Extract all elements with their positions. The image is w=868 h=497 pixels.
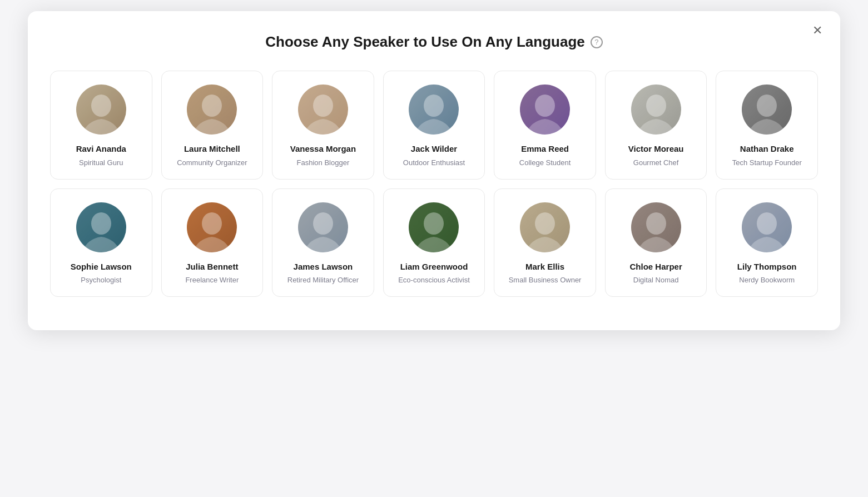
- speaker-card-james[interactable]: James LawsonRetired Military Officer: [272, 188, 374, 297]
- speaker-role-james: Retired Military Officer: [287, 275, 359, 285]
- avatar-mark: [520, 202, 570, 252]
- avatar-laura: [187, 85, 237, 135]
- avatar-ravi: [76, 85, 126, 135]
- speaker-role-nathan: Tech Startup Founder: [732, 158, 802, 168]
- svg-point-5: [313, 95, 333, 117]
- speaker-name-lily: Lily Thompson: [737, 261, 797, 272]
- avatar-chloe: [631, 202, 681, 252]
- speaker-name-victor: Victor Moreau: [628, 143, 684, 155]
- svg-point-19: [313, 212, 333, 235]
- svg-point-21: [424, 212, 444, 235]
- speaker-role-chloe: Digital Nomad: [633, 275, 679, 285]
- help-icon[interactable]: ?: [591, 36, 603, 48]
- page-title: Choose Any Speaker to Use On Any Languag…: [265, 33, 585, 51]
- speaker-card-laura[interactable]: Laura MitchellCommunity Organizer: [161, 71, 264, 180]
- avatar-victor: [631, 85, 681, 135]
- svg-point-9: [535, 95, 555, 117]
- speaker-role-laura: Community Organizer: [177, 158, 247, 168]
- speaker-role-jack: Outdoor Enthusiast: [403, 158, 465, 168]
- speaker-card-vanessa[interactable]: Vanessa MorganFashion Blogger: [272, 71, 374, 180]
- avatar-lily: [742, 202, 792, 252]
- speaker-name-vanessa: Vanessa Morgan: [290, 143, 356, 155]
- svg-point-27: [757, 212, 777, 235]
- speaker-card-victor[interactable]: Victor MoreauGourmet Chef: [605, 71, 707, 180]
- svg-point-3: [202, 95, 222, 117]
- speaker-card-emma[interactable]: Emma ReedCollege Student: [494, 71, 596, 180]
- avatar-liam: [409, 202, 459, 252]
- speaker-role-liam: Eco-conscious Activist: [398, 275, 470, 285]
- avatar-emma: [520, 85, 570, 135]
- speaker-role-ravi: Spiritual Guru: [79, 158, 123, 168]
- speaker-role-emma: College Student: [519, 158, 571, 168]
- speaker-name-julia: Julia Bennett: [186, 261, 238, 272]
- svg-point-25: [646, 212, 666, 235]
- avatar-vanessa: [298, 85, 348, 135]
- speaker-card-chloe[interactable]: Chloe HarperDigital Nomad: [605, 188, 707, 297]
- speaker-card-sophie[interactable]: Sophie LawsonPsychologist: [50, 188, 152, 297]
- avatar-jack: [409, 85, 459, 135]
- avatar-nathan: [742, 85, 792, 135]
- svg-point-7: [424, 95, 444, 117]
- speakers-grid: Ravi AnandaSpiritual Guru Laura Mitchell…: [50, 71, 818, 297]
- svg-point-13: [757, 95, 777, 117]
- speaker-role-sophie: Psychologist: [81, 275, 121, 285]
- speaker-card-nathan[interactable]: Nathan DrakeTech Startup Founder: [716, 71, 818, 180]
- speaker-card-jack[interactable]: Jack WilderOutdoor Enthusiast: [383, 71, 485, 180]
- speaker-card-lily[interactable]: Lily ThompsonNerdy Bookworm: [716, 188, 818, 297]
- speaker-name-ravi: Ravi Ananda: [76, 143, 126, 155]
- speaker-selection-modal: ✕ Choose Any Speaker to Use On Any Langu…: [28, 11, 840, 330]
- speaker-name-james: James Lawson: [294, 261, 353, 272]
- avatar-sophie: [76, 202, 126, 252]
- speaker-card-ravi[interactable]: Ravi AnandaSpiritual Guru: [50, 71, 152, 180]
- avatar-julia: [187, 202, 237, 252]
- speaker-role-vanessa: Fashion Blogger: [297, 158, 350, 168]
- speaker-role-lily: Nerdy Bookworm: [739, 275, 795, 285]
- speaker-card-mark[interactable]: Mark EllisSmall Business Owner: [494, 188, 596, 297]
- speaker-name-nathan: Nathan Drake: [740, 143, 794, 155]
- speaker-name-jack: Jack Wilder: [411, 143, 457, 155]
- speaker-role-julia: Freelance Writer: [185, 275, 239, 285]
- svg-point-15: [91, 212, 111, 235]
- avatar-james: [298, 202, 348, 252]
- speaker-card-julia[interactable]: Julia BennettFreelance Writer: [161, 188, 264, 297]
- speaker-name-chloe: Chloe Harper: [630, 261, 682, 272]
- speaker-role-victor: Gourmet Chef: [633, 158, 679, 168]
- speaker-card-liam[interactable]: Liam GreenwoodEco-conscious Activist: [383, 188, 485, 297]
- speaker-name-liam: Liam Greenwood: [400, 261, 468, 272]
- speaker-role-mark: Small Business Owner: [509, 275, 582, 285]
- svg-point-23: [535, 212, 555, 235]
- close-button[interactable]: ✕: [808, 22, 827, 39]
- speaker-name-mark: Mark Ellis: [525, 261, 564, 272]
- svg-point-17: [202, 212, 222, 235]
- speaker-name-emma: Emma Reed: [521, 143, 569, 155]
- svg-point-1: [91, 95, 111, 117]
- title-row: Choose Any Speaker to Use On Any Languag…: [50, 33, 818, 51]
- speaker-name-sophie: Sophie Lawson: [71, 261, 132, 272]
- speaker-name-laura: Laura Mitchell: [184, 143, 240, 155]
- svg-point-11: [646, 95, 666, 117]
